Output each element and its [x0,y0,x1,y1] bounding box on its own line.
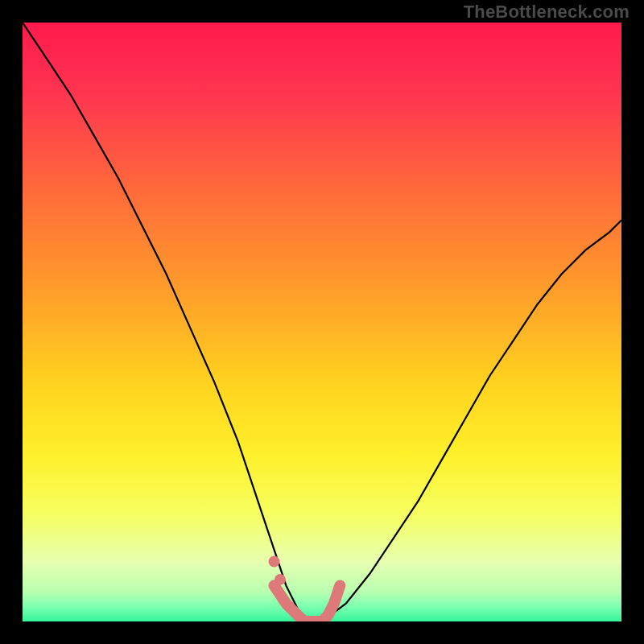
marker-dot [269,556,280,568]
chart-frame: TheBottleneck.com [0,0,644,644]
gradient-background [23,23,621,621]
bottleneck-chart [23,23,621,621]
watermark-text: TheBottleneck.com [464,2,630,23]
marker-dot [275,574,286,585]
